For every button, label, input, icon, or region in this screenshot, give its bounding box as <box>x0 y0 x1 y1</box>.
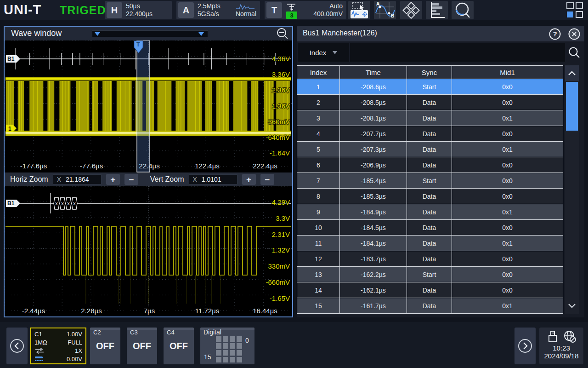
search-button[interactable] <box>452 1 474 19</box>
decode-table-cell: 0x1 <box>452 142 563 157</box>
horizontal-offset-value: 22.400µs <box>126 10 153 18</box>
bandwidth-limit-icon <box>34 356 45 362</box>
time-label: 2.28µs <box>81 307 102 315</box>
decode-table-row[interactable]: 11-184.1µsData0x1 <box>297 236 564 251</box>
column-header: Mid1 <box>452 65 563 79</box>
help-button[interactable]: ? <box>548 28 561 40</box>
channel2-state: OFF <box>90 341 120 351</box>
search-input[interactable] <box>350 43 565 62</box>
decode-table-cell: Data <box>407 110 452 126</box>
decode-table-cell: 15 <box>297 298 340 314</box>
main-waveform-view[interactable]: T-177.6µs-77.6µs22.4µs122.4µs222.4µs4.36… <box>5 40 292 172</box>
svg-text:x: x <box>61 201 64 206</box>
horizontal-settings-button[interactable]: H 50µs 22.400µs <box>105 1 172 19</box>
decode-table-row[interactable]: 12-183.7µsData0x0 <box>297 251 564 267</box>
vert-zoom-decrease-button[interactable]: − <box>260 174 274 185</box>
digital-channel-grid <box>216 336 242 362</box>
zoom-window-region <box>137 40 150 172</box>
topbar: UNI-T TRIGED H 50µs 22.400µs A 2.5Mpts 5… <box>0 0 588 20</box>
decode-table-cell: 9 <box>297 204 340 220</box>
zoom-out-icon[interactable] <box>276 27 289 40</box>
svg-text:x: x <box>73 201 76 206</box>
zoomed-waveform-view[interactable]: xxxx-2.44µs2.28µs7µs11.72µs16.44µs4.29V3… <box>5 186 292 316</box>
scroll-channels-left-button[interactable] <box>6 328 28 364</box>
chevron-down-icon[interactable] <box>198 32 204 36</box>
table-scrollbar[interactable] <box>565 65 579 314</box>
system-status-card[interactable]: 10:23 2024/09/18 <box>539 328 583 364</box>
decode-table-row[interactable]: 14-162.1µsData0x0 <box>297 282 564 298</box>
vert-zoom-value-box[interactable]: X 1.0101 <box>189 174 237 184</box>
trigger-source-badge: 3 <box>286 12 297 19</box>
search-icon[interactable] <box>568 46 581 59</box>
memory-depth-value: 2.5Mpts <box>198 2 220 10</box>
decode-table-cell: -208.1µs <box>340 110 407 126</box>
decode-table-row[interactable]: 3-208.1µsData0x1 <box>297 110 564 126</box>
channel4-name: C4 <box>167 329 194 336</box>
decode-table-cell: -208.6µs <box>340 79 407 95</box>
decode-table-cell: 12 <box>297 251 340 267</box>
decode-table-cell: 6 <box>297 157 340 173</box>
decode-table-cell: 1 <box>297 79 340 95</box>
decode-panel-title: Bus1 Manchester(126) <box>303 29 377 37</box>
scrollbar-thumb[interactable] <box>566 82 578 131</box>
decode-table-cell: 3 <box>297 110 340 126</box>
decode-table-cell: Data <box>407 157 452 173</box>
trigger-settings-button[interactable]: T 3 Auto 400.00mV <box>265 1 346 19</box>
decode-table-row[interactable]: 9-184.9µsData0x1 <box>297 204 564 220</box>
voltage-label: -1.64V <box>270 149 290 157</box>
time-label: 122.4µs <box>195 162 220 170</box>
vert-zoom-increase-button[interactable]: + <box>242 174 256 185</box>
channel4-state: OFF <box>164 341 194 351</box>
close-button[interactable] <box>568 28 581 40</box>
scroll-up-button[interactable] <box>565 65 579 81</box>
chevron-down-icon[interactable] <box>95 32 100 36</box>
decode-table-cell: -184.5µs <box>340 220 407 236</box>
search-field-dropdown[interactable]: Index <box>298 43 349 62</box>
channel2-card[interactable]: C2 OFF <box>90 328 120 364</box>
horiz-zoom-decrease-button[interactable]: − <box>124 174 138 185</box>
clock-date: 2024/09/18 <box>539 352 583 360</box>
decode-table-row[interactable]: 2-208.5µsData0x0 <box>297 95 564 110</box>
digital-channels-card[interactable]: Digital 0 15 <box>200 328 254 364</box>
decode-table-row[interactable]: 4-207.7µsData0x0 <box>297 126 564 142</box>
decode-table-row[interactable]: 7-185.4µsStart0x0 <box>297 173 564 189</box>
select-tool-button[interactable] <box>348 1 370 19</box>
voltage-label: 2.31V <box>272 230 290 238</box>
decode-table-cell: -207.7µs <box>340 126 407 142</box>
decode-table-row[interactable]: 5-207.3µsData0x1 <box>297 142 564 157</box>
channel1-card[interactable]: C11.00V 1MΩFULL 1X 0.00V <box>30 328 86 364</box>
horiz-zoom-value: 21.1864 <box>66 176 89 183</box>
channel1-probe: 1X <box>75 347 82 354</box>
time-label: 11.72µs <box>195 307 220 315</box>
horiz-zoom-increase-button[interactable]: + <box>106 174 120 185</box>
decode-table-cell: 4 <box>297 126 340 142</box>
horiz-zoom-value-box[interactable]: X 21.1864 <box>53 174 102 184</box>
decode-table-row[interactable]: 15-161.7µsData0x1 <box>297 298 564 314</box>
wave-window-selector[interactable] <box>92 30 208 37</box>
decode-table-cell: 0x1 <box>452 110 563 126</box>
scroll-channels-right-button[interactable] <box>514 328 536 364</box>
time-label: 222.4µs <box>253 162 277 170</box>
decode-table-cell: -162.1µs <box>340 282 407 298</box>
decode-table-row[interactable]: 13-162.2µsStart0x0 <box>297 267 564 282</box>
histogram-button[interactable] <box>426 1 448 19</box>
decode-table-row[interactable]: 10-184.5µsData0x0 <box>297 220 564 236</box>
decode-table-cell: 0x0 <box>452 282 563 298</box>
acquire-settings-button[interactable]: A 2.5Mpts 5GSa/s Normal <box>176 1 260 19</box>
measure-button[interactable] <box>400 1 422 19</box>
decode-table-cell: -207.3µs <box>340 142 407 157</box>
channel1-offset: 0.00V <box>67 356 82 362</box>
decode-table-row[interactable]: 6-206.9µsData0x0 <box>297 157 564 173</box>
decode-table-row[interactable]: 8-185.3µsData0x0 <box>297 189 564 204</box>
bus1-trace <box>11 48 291 69</box>
svg-text:T: T <box>136 41 140 48</box>
channel3-card[interactable]: C3 OFF <box>127 328 157 364</box>
scroll-down-button[interactable] <box>565 298 579 314</box>
cursor-ab-button[interactable]: A B <box>374 1 396 19</box>
window-layout-button[interactable] <box>566 2 584 18</box>
channel4-card[interactable]: C4 OFF <box>164 328 194 364</box>
decode-table-row[interactable]: 1-208.6µsStart0x0 <box>297 79 564 95</box>
bus-decode-panel: Bus1 Manchester(126) ? Index IndexTimeSy… <box>297 26 584 317</box>
decode-table-cell: 0x0 <box>452 220 563 236</box>
channel1-bandwidth: FULL <box>68 339 82 346</box>
